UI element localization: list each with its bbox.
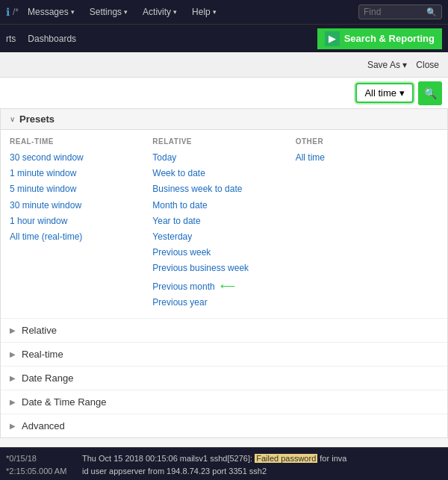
section-advanced-label: Advanced	[22, 420, 65, 431]
search-bar: All time ▾ 🔍	[0, 78, 448, 109]
preset-week-to-date[interactable]: Week to date	[152, 166, 295, 181]
nav-dashboards[interactable]: Dashboards	[28, 34, 76, 44]
nav-slash: /*	[13, 7, 19, 17]
presets-header[interactable]: ∨ Presets	[1, 109, 447, 130]
date-time-range-chevron-icon: ▶	[10, 398, 16, 406]
preset-yesterday[interactable]: Yesterday	[152, 229, 295, 245]
activity-dropdown-arrow: ▾	[173, 8, 177, 16]
relative-column: RELATIVE Today Week to date Business wee…	[152, 137, 295, 311]
preset-alltime-rt[interactable]: All time (real-time)	[10, 229, 152, 245]
nav-help[interactable]: Help ▾	[186, 5, 223, 19]
log-timestamp: *0/15/18 *2:15:05.000 AM	[6, 452, 73, 477]
other-column: OTHER All time	[296, 137, 438, 311]
save-as-button[interactable]: Save As ▾	[367, 60, 407, 70]
nav-messages[interactable]: Messages ▾	[22, 5, 81, 19]
other-col-header: OTHER	[296, 137, 438, 146]
all-time-dropdown-arrow: ▾	[399, 87, 405, 99]
preset-1min[interactable]: 1 minute window	[10, 166, 152, 181]
find-input[interactable]	[364, 7, 423, 17]
preset-today[interactable]: Today	[152, 150, 295, 166]
realtime-col-header: REAL-TIME	[10, 137, 152, 146]
relative-chevron-icon: ▶	[10, 326, 16, 334]
presets-panel: ∨ Presets REAL-TIME 30 second window 1 m…	[0, 109, 448, 438]
search-reporting-label: Search & Reporting	[344, 33, 435, 44]
presets-columns: REAL-TIME 30 second window 1 minute wind…	[1, 130, 447, 318]
preset-1hour[interactable]: 1 hour window	[10, 213, 152, 229]
date-range-chevron-icon: ▶	[10, 374, 16, 382]
nav-settings[interactable]: Settings ▾	[84, 5, 134, 19]
search-reporting-app[interactable]: ▶ Search & Reporting	[317, 28, 442, 49]
prev-month-arrow: ⟵	[220, 278, 235, 294]
info-icon[interactable]: ℹ	[6, 6, 10, 18]
section-relative-label: Relative	[22, 325, 57, 336]
find-box[interactable]: 🔍	[358, 4, 442, 19]
action-bar: Save As ▾ Close	[0, 52, 448, 78]
section-date-time-range[interactable]: ▶ Date & Time Range	[1, 390, 447, 414]
settings-dropdown-arrow: ▾	[124, 8, 128, 16]
preset-prev-year[interactable]: Previous year	[152, 295, 295, 311]
log-highlight: Failed password	[255, 454, 317, 463]
realtime-column: REAL-TIME 30 second window 1 minute wind…	[10, 137, 152, 311]
presets-chevron: ∨	[10, 115, 15, 123]
preset-business-week[interactable]: Business week to date	[152, 181, 295, 197]
search-button[interactable]: 🔍	[418, 81, 442, 105]
preset-year-to-date[interactable]: Year to date	[152, 213, 295, 229]
presets-header-label: Presets	[19, 113, 55, 125]
all-time-button[interactable]: All time ▾	[355, 83, 414, 103]
section-realtime-label: Real-time	[22, 349, 63, 360]
realtime-chevron-icon: ▶	[10, 350, 16, 358]
search-icon: 🔍	[424, 87, 437, 99]
nav-rts[interactable]: rts	[6, 34, 16, 44]
nav-activity[interactable]: Activity ▾	[137, 5, 183, 19]
preset-alltime[interactable]: All time	[296, 150, 438, 166]
close-button[interactable]: Close	[416, 60, 439, 70]
section-date-range[interactable]: ▶ Date Range	[1, 366, 447, 390]
preset-30sec[interactable]: 30 second window	[10, 150, 152, 166]
find-icon: 🔍	[426, 7, 437, 17]
preset-prev-week[interactable]: Previous week	[152, 245, 295, 261]
second-bar-left: rts Dashboards	[6, 34, 76, 44]
advanced-chevron-icon: ▶	[10, 422, 16, 430]
section-realtime[interactable]: ▶ Real-time	[1, 342, 447, 366]
section-date-time-label: Date & Time Range	[22, 396, 106, 408]
messages-dropdown-arrow: ▾	[71, 8, 75, 16]
all-time-label: All time	[364, 87, 396, 99]
log-entry: *0/15/18 *2:15:05.000 AM Thu Oct 15 2018…	[0, 447, 448, 480]
preset-prev-month[interactable]: Previous month ⟵	[152, 277, 295, 295]
second-bar-right: ▶ Search & Reporting	[317, 28, 442, 49]
section-date-range-label: Date Range	[22, 373, 73, 384]
preset-month-to-date[interactable]: Month to date	[152, 198, 295, 213]
second-bar: rts Dashboards ▶ Search & Reporting	[0, 24, 448, 52]
preset-prev-business-week[interactable]: Previous business week	[152, 261, 295, 276]
preset-30min[interactable]: 30 minute window	[10, 198, 152, 213]
preset-5min[interactable]: 5 minute window	[10, 181, 152, 197]
relative-col-header: RELATIVE	[152, 137, 295, 146]
log-message: Thu Oct 15 2018 00:15:06 mailsv1 sshd[52…	[82, 452, 442, 477]
top-nav: ℹ /* Messages ▾ Settings ▾ Activity ▾ He…	[0, 0, 448, 24]
section-advanced[interactable]: ▶ Advanced	[1, 414, 447, 437]
section-relative[interactable]: ▶ Relative	[1, 318, 447, 342]
sr-icon: ▶	[325, 31, 340, 46]
help-dropdown-arrow: ▾	[213, 8, 217, 16]
